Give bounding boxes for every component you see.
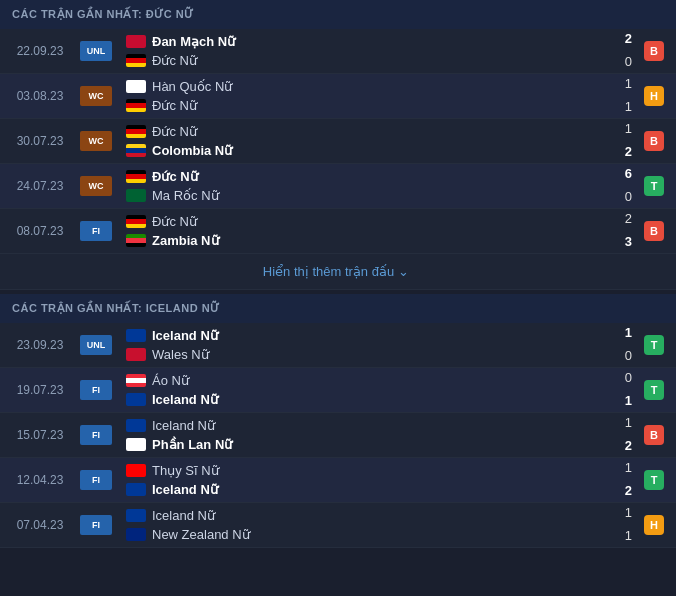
team-row-home: Đan Mạch Nữ	[126, 33, 616, 50]
league-icon: FI	[80, 515, 112, 535]
match-date: 03.08.23	[4, 85, 76, 107]
match-date: 24.07.23	[4, 175, 76, 197]
result-badge: B	[644, 131, 664, 151]
score-away: 2	[625, 142, 632, 163]
team-name-home: Iceland Nữ	[152, 508, 215, 523]
match-row: 07.04.23 FI Iceland Nữ New Zealand Nữ 1	[0, 503, 676, 548]
team-row-home: Iceland Nữ	[126, 507, 616, 524]
team-flag-away	[126, 483, 146, 496]
score-home: 1	[625, 413, 632, 434]
score-away: 0	[625, 52, 632, 73]
result-badge: B	[644, 425, 664, 445]
team-row-away: Đức Nữ	[126, 52, 616, 69]
match-row: 23.09.23 UNL Iceland Nữ Wales Nữ 1 0	[0, 323, 676, 368]
team-name-away: Iceland Nữ	[152, 482, 218, 497]
chevron-down-icon: ⌄	[398, 264, 409, 279]
show-more-label: Hiển thị thêm trận đấu	[263, 264, 394, 279]
team-name-home: Hàn Quốc Nữ	[152, 79, 232, 94]
team-row-away: Zambia Nữ	[126, 232, 616, 249]
scores-col: 2 3	[616, 209, 640, 253]
teams-scores: Iceland Nữ Phần Lan Nữ 1 2 B	[122, 413, 676, 457]
team-row-home: Thụy Sĩ Nữ	[126, 462, 616, 479]
team-name-home: Đan Mạch Nữ	[152, 34, 235, 49]
match-meta: 08.07.23 FI	[0, 209, 122, 253]
teams-scores: Thụy Sĩ Nữ Iceland Nữ 1 2 T	[122, 458, 676, 502]
match-date: 30.07.23	[4, 130, 76, 152]
score-home: 1	[625, 119, 632, 140]
result-badge-col: H	[640, 86, 676, 106]
scores-col: 1 2	[616, 413, 640, 457]
result-badge: T	[644, 176, 664, 196]
match-meta: 12.04.23 FI	[0, 458, 122, 502]
score-away: 3	[625, 232, 632, 253]
teams-scores: Đức Nữ Colombia Nữ 1 2 B	[122, 119, 676, 163]
score-away: 2	[625, 481, 632, 502]
team-name-home: Iceland Nữ	[152, 328, 218, 343]
teams-scores: Iceland Nữ Wales Nữ 1 0 T	[122, 323, 676, 367]
team-flag-away	[126, 99, 146, 112]
match-row: 24.07.23 WC Đức Nữ Ma Rốc Nữ 6 0	[0, 164, 676, 209]
team-row-home: Hàn Quốc Nữ	[126, 78, 616, 95]
score-home: 1	[625, 74, 632, 95]
team-row-home: Iceland Nữ	[126, 327, 616, 344]
scores-col: 1 0	[616, 323, 640, 367]
team-row-home: Đức Nữ	[126, 213, 616, 230]
team-name-home: Áo Nữ	[152, 373, 189, 388]
teams-col: Đức Nữ Ma Rốc Nữ	[122, 164, 616, 208]
match-meta: 03.08.23 WC	[0, 74, 122, 118]
score-away: 0	[625, 187, 632, 208]
result-badge-col: T	[640, 176, 676, 196]
team-flag-away	[126, 393, 146, 406]
match-meta: 23.09.23 UNL	[0, 323, 122, 367]
teams-col: Iceland Nữ New Zealand Nữ	[122, 503, 616, 547]
show-more-button[interactable]: Hiển thị thêm trận đấu ⌄	[0, 254, 676, 290]
match-row: 22.09.23 UNL Đan Mạch Nữ Đức Nữ 2 0	[0, 29, 676, 74]
team-name-home: Thụy Sĩ Nữ	[152, 463, 219, 478]
teams-col: Đan Mạch Nữ Đức Nữ	[122, 29, 616, 73]
result-badge-col: B	[640, 131, 676, 151]
team-name-away: Wales Nữ	[152, 347, 209, 362]
match-date: 15.07.23	[4, 424, 76, 446]
result-badge-col: T	[640, 335, 676, 355]
team-name-away: Zambia Nữ	[152, 233, 219, 248]
match-date: 12.04.23	[4, 469, 76, 491]
match-row: 30.07.23 WC Đức Nữ Colombia Nữ 1 2	[0, 119, 676, 164]
section-germany: CÁC TRẬN GẦN NHẤT: ĐỨC NỮ 22.09.23 UNL Đ…	[0, 0, 676, 290]
league-icon: WC	[80, 86, 112, 106]
team-flag-away	[126, 54, 146, 67]
result-badge: B	[644, 41, 664, 61]
result-badge: T	[644, 380, 664, 400]
score-home: 2	[625, 29, 632, 50]
team-name-away: Ma Rốc Nữ	[152, 188, 219, 203]
team-name-away: Phần Lan Nữ	[152, 437, 232, 452]
team-flag-away	[126, 438, 146, 451]
score-away: 1	[625, 526, 632, 547]
team-flag-home	[126, 80, 146, 93]
main-container: CÁC TRẬN GẦN NHẤT: ĐỨC NỮ 22.09.23 UNL Đ…	[0, 0, 676, 548]
team-row-home: Áo Nữ	[126, 372, 616, 389]
teams-scores: Áo Nữ Iceland Nữ 0 1 T	[122, 368, 676, 412]
team-flag-home	[126, 329, 146, 342]
scores-col: 1 1	[616, 503, 640, 547]
teams-col: Đức Nữ Zambia Nữ	[122, 209, 616, 253]
score-home: 1	[625, 503, 632, 524]
match-meta: 07.04.23 FI	[0, 503, 122, 547]
section-iceland: CÁC TRẬN GẦN NHẤT: ICELAND NỮ 23.09.23 U…	[0, 294, 676, 548]
scores-col: 6 0	[616, 164, 640, 208]
score-home: 6	[625, 164, 632, 185]
teams-scores: Đức Nữ Ma Rốc Nữ 6 0 T	[122, 164, 676, 208]
team-flag-away	[126, 189, 146, 202]
league-icon: FI	[80, 380, 112, 400]
match-date: 19.07.23	[4, 379, 76, 401]
team-name-home: Đức Nữ	[152, 124, 197, 139]
result-badge: H	[644, 86, 664, 106]
scores-col: 1 1	[616, 74, 640, 118]
result-badge: T	[644, 470, 664, 490]
matches-germany: 22.09.23 UNL Đan Mạch Nữ Đức Nữ 2 0	[0, 29, 676, 254]
teams-col: Áo Nữ Iceland Nữ	[122, 368, 616, 412]
scores-col: 2 0	[616, 29, 640, 73]
team-row-away: Iceland Nữ	[126, 391, 616, 408]
score-away: 1	[625, 97, 632, 118]
match-date: 22.09.23	[4, 40, 76, 62]
league-icon: WC	[80, 176, 112, 196]
